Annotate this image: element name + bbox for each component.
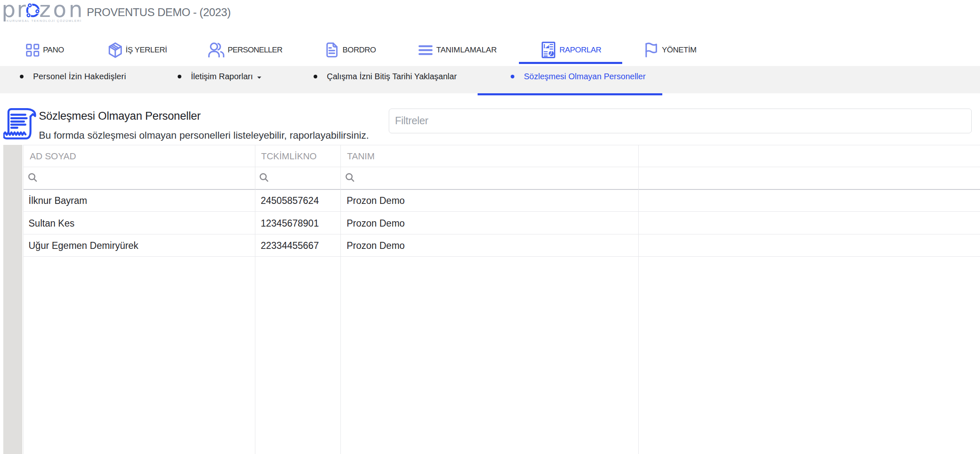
table-border-row2 bbox=[23, 234, 980, 234]
flag-icon bbox=[645, 43, 657, 57]
cell-tanim: Prozon Demo bbox=[347, 240, 405, 251]
cell-tanim: Prozon Demo bbox=[347, 218, 405, 229]
subnav-item-sozlesmesi-olmayan[interactable]: Sözleşmesi Olmayan Personeller bbox=[511, 66, 646, 87]
nav-item-is-yerleri[interactable]: İŞ YERLERİ bbox=[108, 37, 167, 63]
filter-placeholder: Filtreler bbox=[395, 109, 428, 132]
page-heading: Sözleşmesi Olmayan Personeller bbox=[39, 110, 201, 123]
nav-label: RAPORLAR bbox=[559, 45, 601, 54]
cell-tckimlikno: 12345678901 bbox=[261, 218, 319, 229]
table-border-left bbox=[23, 145, 24, 454]
cell-tckimlikno: 22334455667 bbox=[261, 240, 319, 251]
chevron-down-icon bbox=[257, 76, 262, 79]
team-icon bbox=[208, 43, 224, 57]
bullet-icon bbox=[178, 75, 181, 78]
search-icon[interactable] bbox=[345, 173, 354, 182]
table-border-top bbox=[23, 145, 980, 145]
subnav-item-personel-izin[interactable]: Personel İzin Hakedişleri bbox=[20, 66, 126, 87]
subnav-label: Çalışma İzni Bitiş Tarihi Yaklaşanlar bbox=[327, 72, 457, 81]
nav-item-yonetim[interactable]: YÖNETİM bbox=[645, 37, 697, 63]
subnav-bar bbox=[0, 66, 980, 93]
column-header-tckimlikno[interactable]: TCKİMLİKNO bbox=[261, 151, 316, 162]
page-description: Bu formda sözleşmesi olmayan personeller… bbox=[39, 130, 369, 141]
bullet-icon bbox=[511, 75, 514, 78]
cell-name: Uğur Egemen Demiryürek bbox=[29, 240, 138, 251]
nav-label: İŞ YERLERİ bbox=[126, 45, 167, 54]
filter-input[interactable]: Filtreler bbox=[389, 109, 972, 133]
cell-name: Sultan Kes bbox=[29, 218, 74, 229]
nav-label: YÖNETİM bbox=[662, 45, 697, 54]
search-icon[interactable] bbox=[259, 173, 269, 182]
subnav-label: Personel İzin Hakedişleri bbox=[33, 72, 126, 81]
nav-label: PERSONELLER bbox=[228, 45, 282, 54]
nav-item-bordro[interactable]: BORDRO bbox=[326, 37, 376, 63]
cell-name: İlknur Bayram bbox=[29, 195, 87, 206]
table-border-row3 bbox=[23, 256, 980, 257]
cell-tckimlikno: 24505857624 bbox=[261, 195, 319, 206]
search-icon[interactable] bbox=[28, 173, 37, 182]
page-title: PROVENTUS DEMO - (2023) bbox=[87, 6, 231, 19]
report-icon bbox=[542, 42, 555, 58]
subnav-label: İletişim Raporları bbox=[191, 72, 253, 81]
nav-item-tanimlamalar[interactable]: TANIMLAMALAR bbox=[419, 37, 497, 63]
cell-tanim: Prozon Demo bbox=[347, 195, 405, 206]
table-border-col3 bbox=[638, 145, 639, 454]
active-nav-underline bbox=[519, 62, 622, 64]
table-border-row1 bbox=[23, 211, 980, 212]
table-border-header bbox=[23, 167, 980, 167]
grid-icon bbox=[26, 44, 39, 57]
nav-item-raporlar[interactable]: RAPORLAR bbox=[542, 37, 601, 63]
app-root: pr zon KURUMSAL TEKNOLOJİ ÇÖZÜMLERİ PROV… bbox=[0, 0, 980, 454]
table-border-search bbox=[23, 189, 980, 190]
table-border-col2 bbox=[340, 145, 341, 454]
active-subnav-underline bbox=[478, 93, 662, 95]
logo-subtitle: KURUMSAL TEKNOLOJİ ÇÖZÜMLERİ bbox=[7, 19, 82, 23]
column-header-adsoyad[interactable]: AD SOYAD bbox=[30, 151, 76, 162]
receipt-icon bbox=[3, 108, 36, 140]
nav-item-pano[interactable]: PANO bbox=[26, 37, 64, 63]
menu-lines-icon bbox=[419, 45, 433, 56]
bullet-icon bbox=[20, 75, 24, 78]
package-icon bbox=[108, 42, 122, 58]
column-header-tanim[interactable]: TANIM bbox=[347, 151, 375, 162]
nav-label: PANO bbox=[43, 45, 64, 54]
nav-label: TANIMLAMALAR bbox=[436, 45, 497, 54]
nav-label: BORDRO bbox=[343, 45, 376, 54]
bullet-icon bbox=[314, 75, 317, 78]
subnav-item-calisma-izni[interactable]: Çalışma İzni Bitiş Tarihi Yaklaşanlar bbox=[314, 66, 457, 87]
table-border-col1 bbox=[255, 145, 255, 454]
table-side-strip bbox=[3, 145, 22, 454]
nav-item-personeller[interactable]: PERSONELLER bbox=[208, 37, 282, 63]
subnav-item-iletisim-raporlari[interactable]: İletişim Raporları bbox=[178, 66, 262, 87]
subnav-label: Sözleşmesi Olmayan Personeller bbox=[524, 72, 646, 81]
document-icon bbox=[326, 43, 338, 57]
